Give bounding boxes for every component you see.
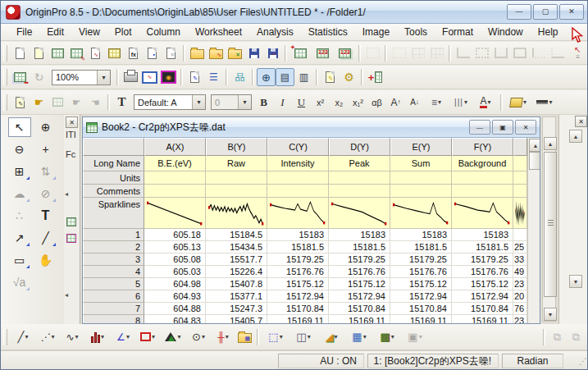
3d-surface-button[interactable]: ◢▾ <box>317 328 345 346</box>
data-cell[interactable]: 15176.76 <box>329 266 390 278</box>
units-cell[interactable] <box>206 171 267 185</box>
longname-cell[interactable]: B.E.(eV) <box>144 156 206 171</box>
column-header-G-clipped[interactable] <box>513 138 527 156</box>
speech-off-button[interactable]: ☚ <box>86 94 105 112</box>
data-cell[interactable]: 604.88 <box>144 303 206 315</box>
data-cell[interactable]: 15175.12 <box>452 278 513 290</box>
fill-color-dropdown-button[interactable]: ▾ <box>505 94 531 112</box>
toolbar-grip[interactable] <box>3 69 7 85</box>
data-cell[interactable]: 15184.5 <box>206 229 267 241</box>
decrease-font-button[interactable]: A↓ <box>405 94 424 112</box>
data-cell[interactable]: 15181.5 <box>390 241 452 254</box>
book2-title-bar[interactable]: Book2 - Cr2p的XPS去噪.dat — ▣ ✕ <box>83 117 540 138</box>
formula-tool[interactable]: √a <box>8 272 31 292</box>
font-tool-button[interactable]: T <box>112 94 131 112</box>
comments-cell[interactable] <box>452 185 513 198</box>
new-graph-template-button[interactable]: ✎ <box>67 44 86 62</box>
menu-tools[interactable]: Tools <box>397 25 435 39</box>
data-cell[interactable]: 15226.4 <box>206 266 267 278</box>
data-cell[interactable]: 605.08 <box>144 254 206 266</box>
rescale-axes-button[interactable] <box>363 44 382 62</box>
column-plot-button[interactable]: ▾ <box>84 328 111 346</box>
longname-cell-clipped[interactable] <box>513 156 527 171</box>
data-cell[interactable]: 15183 <box>390 229 452 241</box>
column-header-D[interactable]: D(Y) <box>329 138 390 156</box>
data-cell[interactable]: 15247.3 <box>206 303 267 315</box>
scroll-down-button[interactable]: ▼ <box>569 275 582 288</box>
new-workbook-button[interactable] <box>48 44 67 62</box>
column-header-F[interactable]: F(Y) <box>452 138 513 156</box>
maximize-button[interactable]: ▢ <box>533 4 558 20</box>
mask-range-tool[interactable]: ☁ <box>8 184 31 203</box>
stock-plot-button[interactable]: ╫▾ <box>211 328 235 346</box>
menu-plot[interactable]: Plot <box>107 25 139 39</box>
sparkline-cell-C[interactable] <box>267 198 329 229</box>
menu-view[interactable]: View <box>71 25 107 39</box>
underline-button[interactable]: U <box>292 94 311 112</box>
column-header-B[interactable]: B(Y) <box>206 138 267 156</box>
row-label-longname[interactable]: Long Name <box>83 156 144 171</box>
layout-single-button[interactable] <box>390 44 408 62</box>
data-cell[interactable]: 15170.84 <box>267 303 329 315</box>
data-cell[interactable]: 15169.11 <box>390 315 452 324</box>
template-library-button[interactable]: ▦ <box>235 328 254 346</box>
longname-cell[interactable]: Background <box>452 156 513 171</box>
superscript-button[interactable]: x² <box>311 94 330 112</box>
data-cell[interactable]: 604.83 <box>144 315 206 324</box>
line-color-dropdown-button[interactable]: ▾ <box>531 94 558 112</box>
sparkline-cell-D[interactable] <box>329 198 390 229</box>
new-function-button[interactable]: fx <box>124 44 143 62</box>
data-cell[interactable]: 15170.84 <box>452 303 513 315</box>
corner-header-cell[interactable] <box>83 138 144 156</box>
dual-panel-button[interactable]: ☰ <box>204 68 223 86</box>
book2-minimize-button[interactable]: — <box>469 120 490 135</box>
comments-cell[interactable] <box>329 185 390 198</box>
arrow-tool[interactable]: ↗ <box>8 228 31 248</box>
data-cell[interactable]: 15183 <box>267 229 329 241</box>
data-cell[interactable]: 15434.5 <box>206 241 267 254</box>
menu-file[interactable]: File <box>9 25 39 39</box>
project-explorer-button[interactable]: 品 <box>230 68 249 86</box>
new-matrix-button[interactable] <box>105 44 124 62</box>
data-cell[interactable]: 15179.25 <box>329 254 390 266</box>
units-cell[interactable] <box>267 171 329 185</box>
menu-worksheet[interactable]: Worksheet <box>188 25 249 39</box>
add-column-button[interactable]: + <box>366 68 385 86</box>
data-cell-clipped[interactable] <box>513 229 527 241</box>
data-cell[interactable]: 15170.84 <box>329 303 390 315</box>
units-cell[interactable] <box>452 171 513 185</box>
save-project-button[interactable] <box>244 44 263 62</box>
3d-ribbon-button[interactable]: ◫▾ <box>289 328 317 346</box>
column-header-C[interactable]: C(Y) <box>267 138 329 156</box>
area-plot-button[interactable]: ▾ <box>160 328 186 346</box>
data-cell-clipped[interactable]: 25 <box>513 241 527 254</box>
column-header-E[interactable]: E(Y) <box>390 138 452 156</box>
data-cell[interactable]: 15183 <box>329 229 390 241</box>
row-header[interactable]: 1 <box>83 229 144 241</box>
matrix-item-icon[interactable] <box>66 234 76 243</box>
comments-cell-clipped[interactable] <box>513 185 527 198</box>
data-cell[interactable]: 15405.7 <box>206 315 267 324</box>
greek-button[interactable]: αβ <box>367 94 386 112</box>
resize-grip[interactable]: ⋰ <box>579 357 587 366</box>
axes-open-top-button[interactable] <box>491 44 510 62</box>
layout-nine-button[interactable] <box>427 44 446 62</box>
data-cell[interactable]: 15169.11 <box>267 315 329 324</box>
row-header[interactable]: 3 <box>83 254 144 266</box>
line-symbol-plot-button[interactable]: ∿▾ <box>60 328 84 346</box>
axes-box-button[interactable] <box>510 44 529 62</box>
spacing-dropdown-button[interactable]: |||▾ <box>449 94 473 112</box>
open-excel-button[interactable]: ✕ <box>226 44 244 62</box>
data-cell[interactable]: 15172.94 <box>390 290 452 303</box>
apply-format-button[interactable] <box>48 94 67 112</box>
import-multiple-ascii-button[interactable]: 123 <box>334 44 356 62</box>
theme-editor-button[interactable]: ✎ <box>321 68 340 86</box>
menu-analysis[interactable]: Analysis <box>249 25 301 39</box>
align-dropdown-button[interactable]: ≡▾ <box>424 94 449 112</box>
contour-plot-button[interactable]: ▩▾ <box>373 328 401 346</box>
docked-panel-close-button[interactable]: ✕ <box>575 116 587 127</box>
screen-reader-tool[interactable]: + <box>34 139 57 159</box>
edit-graph-button[interactable]: ✎ <box>185 68 204 86</box>
data-cell[interactable]: 605.18 <box>144 229 206 241</box>
data-cell-clipped[interactable]: 23 <box>513 278 527 290</box>
